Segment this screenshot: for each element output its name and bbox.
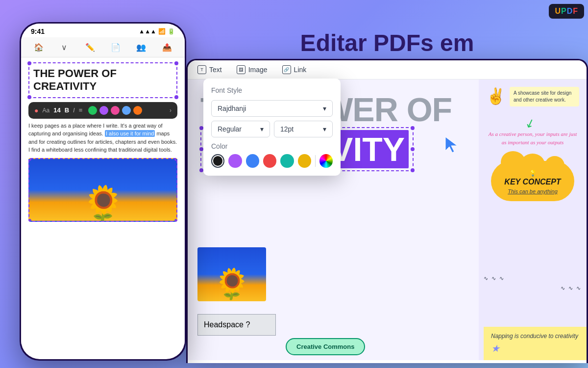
swatch-purple[interactable]	[99, 106, 108, 115]
phone-pdf-title: THE POWER OF CREATIVITY	[33, 67, 172, 93]
tablet-toolbar: T Text 🖼 Image 🔗 Link	[188, 60, 587, 79]
can-be-label: This can be anything	[497, 188, 568, 194]
sunflower-image: 🌻	[82, 186, 124, 221]
expand-icon[interactable]: ›	[170, 107, 172, 114]
italic-label[interactable]: I	[73, 106, 75, 114]
logo-p: P	[561, 7, 567, 15]
key-concept-container: 💡 KEY CONCEPT This can be anything	[491, 161, 574, 201]
color-pink[interactable]	[263, 154, 276, 168]
swatch-orange[interactable]	[133, 106, 142, 115]
napping-label: Napping is conducive to creativity	[491, 333, 578, 340]
phone-inner: 9:41 ▲▲▲ 📶 🔋 🏠 ∨ ✏️ 📄 👥 📤 THE	[21, 24, 185, 359]
sel-corner-bl	[199, 168, 203, 172]
align-icon[interactable]: ≡	[79, 106, 83, 114]
color-blue[interactable]	[246, 154, 259, 168]
phone-body-text: I keep pages as a place where I write. I…	[28, 122, 177, 154]
wavy-decor-1: ∿ ∿ ∿	[484, 275, 505, 282]
phone-selection-box: THE POWER OF CREATIVITY	[28, 62, 177, 98]
napping-note: Napping is conducive to creativity ★	[484, 327, 587, 360]
share-icon[interactable]: 📤	[160, 40, 174, 54]
sel-corner-tl	[199, 126, 203, 130]
key-concept-cloud: 💡 KEY CONCEPT This can be anything	[491, 161, 574, 201]
key-concept-label: KEY CONCEPT	[497, 178, 568, 186]
corner-dot-br	[174, 95, 178, 99]
color-circle-icon: ●	[34, 106, 38, 114]
logo-d: D	[567, 7, 573, 15]
home-icon[interactable]: 🏠	[32, 40, 46, 54]
font-name-value: Rajdhanji	[218, 105, 246, 112]
pages-icon[interactable]: 📄	[109, 40, 122, 54]
phone-time: 9:41	[31, 27, 45, 35]
text-tool-label: Text	[209, 66, 222, 74]
chevron-down-icon[interactable]: ∨	[57, 40, 71, 54]
color-gradient-picker[interactable]	[319, 154, 333, 168]
swatch-green[interactable]	[88, 106, 97, 115]
size-chevron-icon: ▾	[323, 125, 326, 133]
tablet-sunflower-image: 🌻	[197, 247, 266, 301]
swatch-blue[interactable]	[122, 106, 131, 115]
headspace-note: Headspace ?	[197, 314, 276, 336]
peace-icon: ✌️	[486, 87, 506, 105]
img-corner-tl	[28, 158, 31, 161]
logo-f: F	[573, 7, 578, 15]
image-tool-icon: 🖼	[237, 65, 245, 74]
showcase-text-container: A showcase site for design and other cre…	[510, 87, 579, 106]
corner-dot-tl	[27, 61, 31, 65]
dropdown-chevron-icon: ▾	[323, 105, 326, 112]
color-swatches[interactable]	[88, 106, 142, 115]
phone-font-bar[interactable]: ● Aa 14 B I ≡ ›	[28, 102, 177, 119]
logo-u: U	[555, 7, 561, 15]
creative-commons-btn[interactable]: Creative Commons	[286, 338, 365, 355]
creative-commons-label: Creative Commons	[296, 343, 354, 350]
people-icon[interactable]: 👥	[134, 40, 148, 54]
creative-quote: As a creative person, your inputs are ju…	[486, 130, 579, 146]
font-aa-label: Aa	[42, 107, 49, 114]
wifi-icon: 📶	[158, 28, 166, 35]
cursive-annotation-block: ↙ As a creative person, your inputs are …	[486, 116, 579, 146]
font-name-dropdown[interactable]: Rajdhanji ▾	[211, 100, 333, 117]
phone-mockup: 9:41 ▲▲▲ 📶 🔋 🏠 ∨ ✏️ 📄 👥 📤 THE	[20, 22, 186, 361]
swatch-pink[interactable]	[111, 106, 120, 115]
toolbar-link[interactable]: 🔗 Link	[282, 65, 307, 74]
color-row	[211, 154, 333, 168]
font-style-value: Regular	[218, 125, 242, 133]
color-teal[interactable]	[280, 154, 294, 168]
sel-corner-ml	[199, 147, 203, 151]
font-size-dropdown[interactable]: 12pt ▾	[274, 121, 333, 137]
sel-corner-tr	[411, 126, 415, 130]
phone-toolbar[interactable]: 🏠 ∨ ✏️ 📄 👥 📤	[21, 37, 185, 57]
font-size-value: 12pt	[280, 125, 294, 133]
font-style-panel: Font Style Rajdhanji ▾ Regular ▾ 12pt ▾ …	[203, 79, 341, 176]
battery-icon: 🔋	[168, 28, 175, 35]
font-panel-title: Font Style	[211, 86, 333, 94]
svg-marker-0	[445, 137, 457, 153]
color-section-title: Color	[211, 142, 333, 150]
signal-icon: ▲▲▲	[139, 28, 156, 35]
img-corner-bl	[28, 219, 31, 222]
bold-label[interactable]: B	[65, 106, 69, 114]
text-tool-icon: T	[197, 65, 206, 74]
phone-status-icons: ▲▲▲ 📶 🔋	[139, 28, 175, 35]
showcase-block: ✌️ A showcase site for design and other …	[486, 87, 579, 106]
phone-status-bar: 9:41 ▲▲▲ 📶 🔋	[21, 24, 185, 37]
font-style-dropdown[interactable]: Regular ▾	[211, 121, 270, 137]
toolbar-image[interactable]: 🖼 Image	[237, 65, 268, 74]
style-chevron-icon: ▾	[260, 125, 264, 133]
color-black[interactable]	[211, 154, 224, 168]
wavy-decor-2: ∿ ∿ ∿	[561, 285, 582, 291]
color-yellow[interactable]	[298, 154, 311, 168]
right-panel: ✌️ A showcase site for design and other …	[479, 79, 587, 360]
link-tool-label: Link	[294, 66, 307, 74]
phone-image-box: 🌻	[28, 158, 177, 222]
toolbar-text[interactable]: T Text	[197, 65, 222, 74]
img-corner-tr	[174, 158, 177, 161]
edit-icon[interactable]: ✏️	[83, 40, 97, 54]
corner-dot-tr	[174, 61, 178, 65]
phone-content: THE POWER OF CREATIVITY ● Aa 14 B I ≡ ›	[21, 57, 185, 344]
star-icon: ★	[491, 342, 579, 354]
sel-corner-br	[411, 168, 415, 172]
color-purple[interactable]	[228, 154, 242, 168]
updf-logo: UPDF	[549, 4, 584, 19]
font-style-row: Regular ▾ 12pt ▾	[211, 121, 333, 137]
corner-dot-bl	[27, 95, 31, 99]
